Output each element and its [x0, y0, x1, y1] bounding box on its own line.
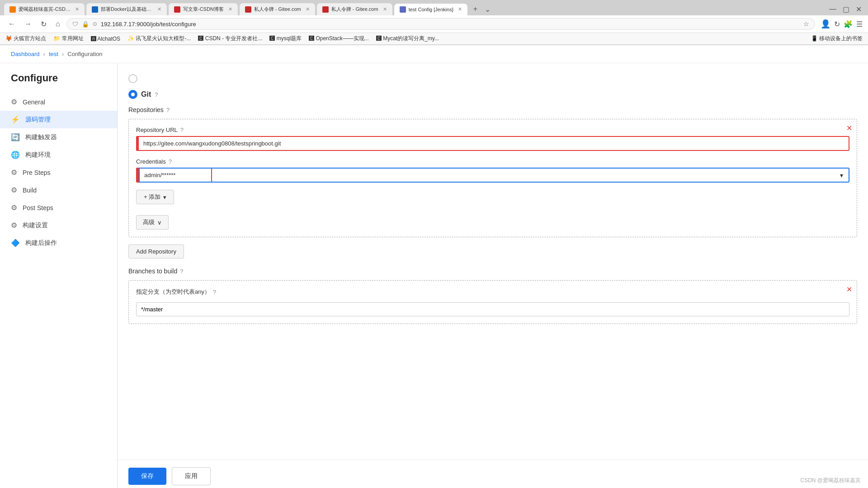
- branch-spec-label: 指定分支（为空时代表any）: [136, 288, 210, 296]
- tab-list-button[interactable]: ⌄: [485, 5, 491, 14]
- tab-close-3[interactable]: ✕: [228, 6, 232, 12]
- address-bar[interactable]: 🛡 🔒 ⊙ 192.168.7.17:9000/job/test/configu…: [66, 18, 815, 30]
- new-tab-button[interactable]: +: [469, 3, 482, 15]
- close-button[interactable]: ✕: [853, 5, 864, 14]
- tab-favicon-1: [9, 6, 16, 13]
- add-repo-label: Add Repository: [136, 248, 176, 255]
- navigation-bar: ← → ↻ ⌂ 🛡 🔒 ⊙ 192.168.7.17:9000/job/test…: [0, 15, 868, 33]
- restore-button[interactable]: ▢: [840, 5, 852, 14]
- breadcrumb-config: Configuration: [67, 51, 102, 57]
- tab-gitee-2[interactable]: 私人令牌 - Gitee.com ✕: [316, 3, 393, 15]
- credentials-label-row: Credentials ?: [136, 158, 849, 165]
- breadcrumb-sep-2: ›: [62, 51, 64, 57]
- tab-close-5[interactable]: ✕: [383, 6, 387, 12]
- repo-url-input[interactable]: [139, 136, 849, 151]
- tab-label-4: 私人令牌 - Gitee.com: [254, 6, 301, 13]
- sidebar-item-build-settings[interactable]: ⚙ 构建设置: [0, 216, 117, 234]
- tab-csdn-write[interactable]: 写文章-CSDN博客 ✕: [168, 3, 238, 15]
- apply-button[interactable]: 应用: [172, 467, 211, 485]
- build-trigger-icon: 🔄: [11, 133, 20, 141]
- advanced-button[interactable]: 高级 ∨: [136, 215, 169, 230]
- breadcrumb-test[interactable]: test: [49, 51, 58, 57]
- credentials-help-icon[interactable]: ?: [169, 158, 172, 165]
- branch-spec-help-icon[interactable]: ?: [213, 289, 216, 296]
- tab-label-6: test Config [Jenkins]: [409, 7, 453, 12]
- add-credential-button[interactable]: + 添加 ▾: [136, 190, 174, 204]
- repo-card: ✕ Repository URL ? Creden: [128, 119, 857, 237]
- back-button[interactable]: ←: [5, 19, 18, 29]
- forward-button[interactable]: →: [22, 19, 34, 29]
- tab-close-1[interactable]: ✕: [75, 6, 79, 12]
- tab-close-2[interactable]: ✕: [157, 6, 161, 12]
- branches-label: Branches to build: [128, 267, 177, 275]
- general-icon: ⚙: [11, 98, 17, 106]
- sidebar-label-post-steps: Post Steps: [23, 204, 53, 211]
- tab-csdn-1[interactable]: 爱喝荔枝味嘉宾-CSDN博客 ✕: [4, 3, 85, 15]
- bookmark-mobile[interactable]: 📱 移动设备上的书签: [811, 35, 863, 42]
- reload-button[interactable]: ↻: [38, 19, 49, 29]
- git-radio[interactable]: [128, 90, 137, 99]
- credentials-selected-input[interactable]: [140, 169, 212, 182]
- post-build-icon: 🔷: [11, 239, 20, 247]
- tab-close-6[interactable]: ✕: [458, 6, 462, 12]
- bookmark-mysql[interactable]: 🅲 mysql题库: [269, 35, 302, 42]
- repo-url-help-icon[interactable]: ?: [180, 127, 184, 133]
- tab-docker[interactable]: 部署Docker以及基础命令-（ ✕: [86, 3, 167, 15]
- unchecked-radio[interactable]: [128, 74, 137, 83]
- sidebar-item-build[interactable]: ⚙ Build: [0, 181, 117, 199]
- sidebar-title: Configure: [0, 72, 117, 93]
- sidebar-label-post-build: 构建后操作: [25, 239, 57, 247]
- sidebar-label-build-env: 构建环境: [25, 151, 51, 159]
- lock-icon: 🔒: [82, 21, 89, 28]
- repo-url-label: Repository URL: [136, 127, 178, 133]
- profile-icon[interactable]: 👤: [821, 19, 830, 29]
- bookmark-common[interactable]: 📁 常用网址: [53, 35, 83, 42]
- sync-icon[interactable]: ↻: [834, 20, 840, 28]
- branches-help-icon[interactable]: ?: [180, 268, 183, 275]
- sidebar-item-build-trigger[interactable]: 🔄 构建触发器: [0, 128, 117, 146]
- build-env-icon: 🌐: [11, 150, 20, 159]
- sidebar-label-general: General: [23, 99, 45, 106]
- branch-spec-label-row: 指定分支（为空时代表any） ?: [136, 288, 849, 296]
- sidebar-item-source-mgmt[interactable]: ⚡ 源码管理: [0, 111, 117, 128]
- bookmark-openstack[interactable]: 🅲 OpenStack——实现...: [309, 35, 369, 42]
- repo-card-close-icon[interactable]: ✕: [846, 124, 852, 132]
- tab-gitee-1[interactable]: 私人令牌 - Gitee.com ✕: [239, 3, 316, 15]
- add-repository-button[interactable]: Add Repository: [128, 244, 184, 258]
- sidebar-item-pre-steps[interactable]: ⚙ Pre Steps: [0, 164, 117, 181]
- tab-label-2: 部署Docker以及基础命令-（: [101, 6, 153, 13]
- credentials-dropdown-area[interactable]: ▾: [212, 169, 849, 182]
- bookmark-alchat[interactable]: 🅰 AlchatOS: [91, 36, 120, 42]
- menu-icon[interactable]: ☰: [856, 20, 863, 28]
- sidebar-item-general[interactable]: ⚙ General: [0, 93, 117, 111]
- sidebar-label-build: Build: [23, 187, 37, 194]
- branch-spec-input[interactable]: [136, 302, 849, 316]
- sidebar-item-build-env[interactable]: 🌐 构建环境: [0, 146, 117, 164]
- credentials-chevron-down-icon: ▾: [840, 172, 843, 179]
- repositories-help-icon[interactable]: ?: [166, 107, 170, 113]
- bookmark-firefox[interactable]: 🦊 火狐官方站点: [5, 35, 46, 42]
- bookmark-star-icon[interactable]: ☆: [803, 20, 809, 28]
- sidebar-item-post-build[interactable]: 🔷 构建后操作: [0, 234, 117, 252]
- credentials-select-wrapper[interactable]: ▾: [139, 168, 849, 183]
- git-help-icon[interactable]: ?: [155, 91, 158, 98]
- bookmark-xunfei[interactable]: ✨ 讯飞星火认知大模型-...: [127, 35, 191, 42]
- breadcrumb-dashboard[interactable]: Dashboard: [11, 51, 40, 57]
- save-button[interactable]: 保存: [128, 468, 166, 485]
- branch-card-close-icon[interactable]: ✕: [846, 285, 852, 294]
- home-button[interactable]: ⌂: [53, 19, 63, 29]
- bookmark-mycat[interactable]: 🅲 Mycat的读写分离_my...: [376, 35, 439, 42]
- credentials-group: Credentials ? ▾: [136, 158, 849, 183]
- sidebar-item-post-steps[interactable]: ⚙ Post Steps: [0, 199, 117, 216]
- footer: 保存 应用: [118, 460, 868, 488]
- tab-close-4[interactable]: ✕: [306, 6, 310, 12]
- bookmark-csdn[interactable]: 🅲 CSDN - 专业开发者社...: [198, 35, 262, 42]
- breadcrumb: Dashboard › test › Configuration: [0, 45, 868, 63]
- tab-jenkins[interactable]: test Config [Jenkins] ✕: [394, 3, 468, 15]
- minimize-button[interactable]: —: [826, 5, 839, 13]
- sidebar: Configure ⚙ General ⚡ 源码管理 🔄 构建触发器 🌐 构建环…: [0, 63, 118, 488]
- radio-placeholder: [128, 74, 857, 84]
- extensions-icon[interactable]: 🧩: [844, 20, 853, 28]
- url-text[interactable]: 192.168.7.17:9000/job/test/configure: [101, 21, 800, 28]
- tab-favicon-6: [400, 6, 406, 13]
